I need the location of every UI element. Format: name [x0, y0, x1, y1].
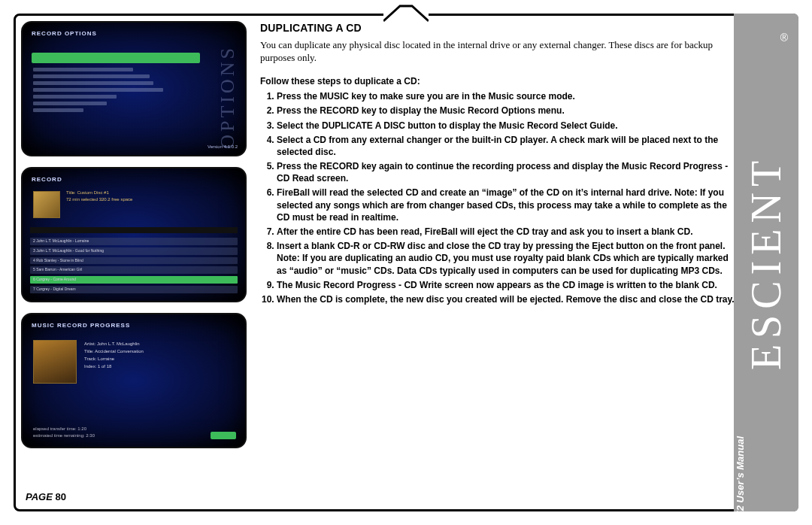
record-meta: Title: Custom Disc #1 72 min selected 32…: [66, 190, 132, 203]
album-art-icon: [33, 340, 77, 384]
steps-list: Press the MUSIC key to make sure you are…: [260, 90, 737, 305]
step-item: Press the RECORD key again to continue t…: [277, 160, 737, 184]
album-art-icon: [33, 191, 60, 218]
step-item: Insert a blank CD-R or CD-RW disc and cl…: [277, 240, 737, 277]
step-item: The Music Record Progress - CD Write scr…: [277, 279, 737, 291]
progress-meta: Artist: John L.T. McLaughlin Title: Acci…: [84, 340, 144, 370]
screenshot-record-options: RECORD OPTIONS OPTIONS Version 4.1.0.2: [21, 21, 247, 156]
registered-mark: ®: [780, 32, 788, 44]
screenshots-column: RECORD OPTIONS OPTIONS Version 4.1.0.2 R…: [21, 21, 247, 504]
step-item: Select the DUPLICATE A DISC button to di…: [277, 120, 737, 132]
version-text: Version 4.1.0.2: [208, 144, 238, 149]
progress-status: elapsed transfer time: 1:20 estimated ti…: [33, 426, 95, 439]
screen-title: RECORD: [32, 176, 62, 183]
instruction-text: DUPLICATING A CD You can duplicate any p…: [260, 21, 737, 504]
brand-subtitle: FireBall™ DVDM-552 User’s Manual: [735, 436, 746, 525]
step-item: FireBall will read the selected CD and c…: [277, 187, 737, 223]
screenshot-record: RECORD Title: Custom Disc #1 72 min sele…: [21, 167, 247, 302]
brand-sidebar: ® ESCIENT FireBall™ DVDM-552 User’s Manu…: [734, 14, 798, 511]
screen-title: MUSIC RECORD PROGRESS: [32, 322, 130, 329]
track-list: 2 John L.T. McLaughlin - Lorraine 3 John…: [30, 238, 238, 293]
brand-name: ESCIENT: [742, 155, 790, 370]
page-number: PAGE 80: [26, 491, 66, 502]
screen-side-label: OPTIONS: [217, 45, 239, 149]
progress-button: [211, 432, 236, 439]
screen-title: RECORD OPTIONS: [32, 30, 97, 37]
step-item: When the CD is complete, the new disc yo…: [277, 293, 737, 305]
top-notch-decor: [383, 5, 429, 23]
screenshot-progress: MUSIC RECORD PROGRESS Artist: John L.T. …: [21, 313, 247, 448]
step-item: Select a CD from any external changer or…: [277, 134, 737, 158]
steps-lead: Follow these steps to duplicate a CD:: [260, 75, 737, 87]
step-item: Press the RECORD key to display the Musi…: [277, 105, 737, 117]
record-instruction-bar: [30, 227, 238, 233]
intro-paragraph: You can duplicate any physical disc loca…: [260, 38, 737, 65]
step-item: After the entire CD has been read, FireB…: [277, 226, 737, 238]
step-item: Press the MUSIC key to make sure you are…: [277, 90, 737, 102]
section-heading: DUPLICATING A CD: [260, 21, 737, 35]
